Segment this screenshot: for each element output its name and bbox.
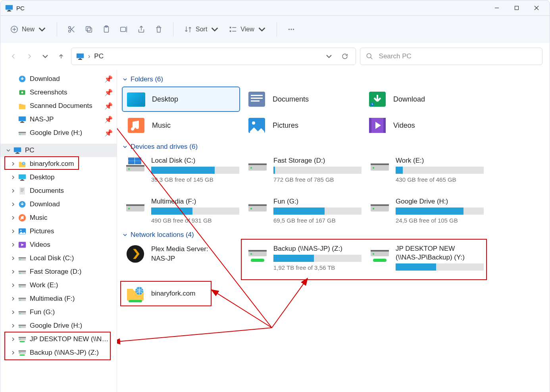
drive-icon bbox=[125, 197, 146, 214]
scissors-icon bbox=[67, 25, 76, 34]
chevron-right-icon[interactable] bbox=[10, 188, 16, 194]
drive-tile[interactable]: Multimedia (F:) 490 GB free of 931 GB bbox=[122, 196, 239, 225]
refresh-button[interactable] bbox=[339, 50, 351, 62]
sidebar-item-documents[interactable]: Documents bbox=[0, 184, 117, 198]
network-tile-binaryfork[interactable]: binaryfork.com bbox=[122, 282, 239, 305]
sidebar-item-desktop[interactable]: Desktop bbox=[0, 171, 117, 184]
sidebar-item-backup-nas-jp-z-[interactable]: Backup (\\NAS-JP) (Z:) bbox=[0, 346, 117, 359]
folder-tile-pictures[interactable]: Pictures bbox=[243, 113, 360, 137]
chevron-right-icon[interactable] bbox=[10, 282, 16, 288]
back-button[interactable] bbox=[8, 50, 19, 62]
section-drives[interactable]: Devices and drives (6) bbox=[117, 137, 550, 155]
sidebar-item-work-e-[interactable]: Work (E:) bbox=[0, 279, 117, 292]
chevron-right-icon[interactable] bbox=[10, 323, 16, 329]
delete-button[interactable] bbox=[151, 21, 167, 37]
sidebar-item-videos[interactable]: Videos bbox=[0, 238, 117, 252]
sort-button[interactable]: Sort bbox=[180, 21, 223, 37]
sidebar-item-label: Multimedia (F:) bbox=[30, 295, 113, 303]
sidebar-item-pictures[interactable]: Pictures bbox=[0, 225, 117, 238]
search-box[interactable] bbox=[360, 48, 542, 65]
svg-line-31 bbox=[371, 57, 373, 59]
drive-tile[interactable]: Work (E:) 430 GB free of 465 GB bbox=[366, 155, 484, 184]
svg-rect-84 bbox=[127, 92, 145, 107]
share-button[interactable] bbox=[133, 21, 149, 37]
svg-point-74 bbox=[19, 327, 20, 327]
chevron-right-icon[interactable] bbox=[10, 336, 16, 342]
sidebar-item-music[interactable]: Music bbox=[0, 211, 117, 225]
sidebar-item-fast-storage-d-[interactable]: Fast Storage (D:) bbox=[0, 265, 117, 279]
drive-tile[interactable]: Google Drive (H:) 24,5 GB free of 105 GB bbox=[366, 196, 484, 225]
address-bar[interactable]: › PC bbox=[71, 48, 356, 65]
sidebar-item-label: JP DESKTOP NEW (\\NAS-JP\Backup) (Y:) bbox=[30, 335, 113, 343]
sidebar-item-multimedia-f-[interactable]: Multimedia (F:) bbox=[0, 292, 117, 306]
pin-icon: 📌 bbox=[104, 129, 113, 137]
sidebar-item-screenshots[interactable]: Screenshots 📌 bbox=[0, 86, 117, 99]
rename-button[interactable] bbox=[116, 21, 132, 37]
network-tile-plex[interactable]: Plex Media Server:NAS-JP bbox=[122, 243, 239, 265]
chevron-right-icon[interactable] bbox=[10, 296, 16, 302]
folder-tile-music[interactable]: Music bbox=[123, 113, 239, 137]
sidebar-item-download[interactable]: Download bbox=[0, 198, 117, 211]
paste-button[interactable] bbox=[98, 21, 114, 37]
sidebar-item-local-disk-c-[interactable]: Local Disk (C:) bbox=[0, 252, 117, 265]
new-button[interactable]: New bbox=[6, 21, 50, 37]
view-button[interactable]: View bbox=[225, 21, 270, 37]
chevron-down-icon[interactable] bbox=[5, 147, 12, 154]
folder-tile-videos[interactable]: Videos bbox=[364, 113, 481, 137]
cut-button[interactable] bbox=[63, 21, 79, 37]
sidebar-item-nas-jp[interactable]: NAS-JP 📌 bbox=[0, 113, 117, 126]
search-input[interactable] bbox=[378, 52, 537, 61]
sidebar-item-scanned-documents[interactable]: Scanned Documents 📌 bbox=[0, 99, 117, 113]
sidebar-item-download[interactable]: Download 📌 bbox=[0, 72, 117, 86]
svg-point-93 bbox=[252, 121, 255, 125]
sidebar-item-fun-g-[interactable]: Fun (G:) bbox=[0, 306, 117, 319]
chevron-right-icon[interactable] bbox=[10, 242, 16, 248]
section-folders[interactable]: Folders (6) bbox=[117, 70, 550, 87]
monitor-icon bbox=[13, 146, 22, 154]
copy-button[interactable] bbox=[81, 21, 97, 37]
sidebar-item-google-drive-h-[interactable]: Google Drive (H:) bbox=[0, 319, 117, 332]
drive-tile[interactable]: Fun (G:) 69,5 GB free of 167 GB bbox=[244, 196, 362, 225]
chevron-right-icon[interactable] bbox=[10, 309, 16, 315]
svg-rect-98 bbox=[126, 165, 144, 167]
sidebar-item-pc[interactable]: PC bbox=[0, 144, 117, 157]
recent-locations-button[interactable] bbox=[39, 50, 51, 62]
desktop-icon bbox=[18, 173, 27, 181]
titlebar: PC bbox=[0, 0, 550, 16]
chevron-right-icon[interactable] bbox=[10, 161, 16, 167]
sidebar-item-binaryfork-com[interactable]: binaryfork.com bbox=[0, 157, 117, 171]
chevron-right-icon[interactable] bbox=[10, 350, 16, 356]
folder-tile-desktop[interactable]: Desktop bbox=[123, 87, 239, 111]
close-button[interactable] bbox=[527, 0, 546, 16]
chevron-right-icon[interactable] bbox=[10, 174, 16, 181]
more-button[interactable] bbox=[283, 21, 299, 37]
address-history-button[interactable] bbox=[323, 50, 335, 62]
folder-tile-documents[interactable]: Documents bbox=[243, 87, 360, 111]
network-tile-jpdesktop[interactable]: JP DESKTOP NEW(\\NAS-JP\Backup) (Y:) bbox=[366, 243, 484, 275]
drive-name: Google Drive (H:) bbox=[396, 197, 484, 206]
sidebar-item-jp-desktop-new-nas-jp-backup-y-[interactable]: JP DESKTOP NEW (\\NAS-JP\Backup) (Y:) bbox=[0, 332, 117, 346]
section-network[interactable]: Network locations (4) bbox=[117, 225, 550, 243]
chevron-right-icon[interactable] bbox=[10, 215, 16, 221]
up-button[interactable] bbox=[55, 50, 67, 62]
chevron-right-icon[interactable] bbox=[10, 201, 16, 208]
svg-rect-45 bbox=[19, 175, 26, 179]
folder-tile-download[interactable]: Download bbox=[364, 87, 481, 111]
chevron-right-icon[interactable] bbox=[10, 269, 16, 275]
minimize-button[interactable] bbox=[487, 0, 507, 16]
drive-icon bbox=[18, 322, 27, 330]
sidebar-item-google-drive-h-[interactable]: Google Drive (H:) 📌 bbox=[0, 126, 117, 140]
drive-tile[interactable]: Local Disk (C:) 39,3 GB free of 145 GB bbox=[122, 155, 239, 184]
pictures-icon bbox=[246, 116, 267, 135]
pictures-icon bbox=[18, 227, 27, 235]
network-tile-backup[interactable]: Backup (\\NAS-JP) (Z:) 1,92 TB free of 3… bbox=[244, 243, 362, 273]
chevron-right-icon[interactable] bbox=[10, 228, 16, 234]
maximize-button[interactable] bbox=[507, 0, 527, 16]
drive-usage-bar bbox=[273, 167, 362, 174]
forward-button[interactable] bbox=[23, 50, 35, 62]
svg-point-125 bbox=[250, 253, 252, 255]
drive-tile[interactable]: Fast Storage (D:) 772 GB free of 785 GB bbox=[244, 155, 362, 184]
breadcrumb-pc[interactable]: PC bbox=[94, 52, 104, 60]
chevron-right-icon[interactable] bbox=[10, 255, 16, 261]
sidebar-item-label: Fun (G:) bbox=[30, 308, 113, 316]
